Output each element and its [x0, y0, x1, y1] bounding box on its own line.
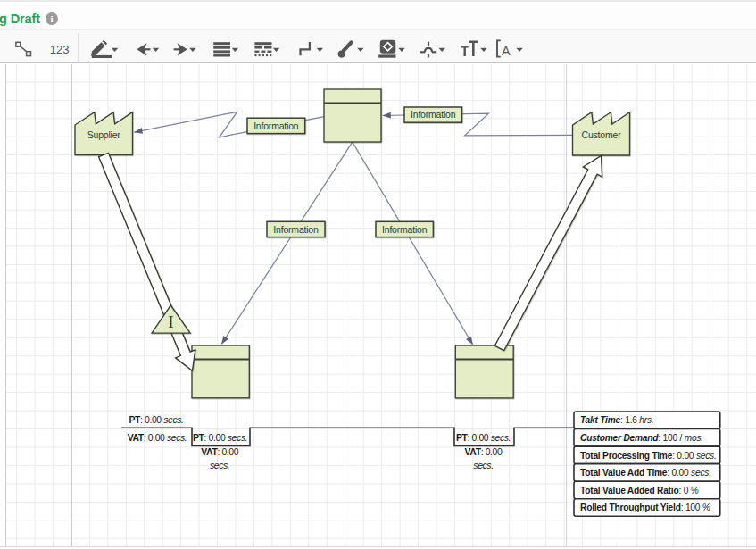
- svg-text:Information: Information: [382, 224, 428, 235]
- svg-text:secs.: secs.: [473, 461, 493, 470]
- svg-text:Information: Information: [253, 121, 299, 131]
- svg-text:Total Value Add Time: 0.00 sec: Total Value Add Time: 0.00 secs.: [580, 468, 711, 478]
- svg-text:PT: 0.00 secs.: PT: 0.00 secs.: [129, 415, 183, 425]
- svg-text:VAT: 0.00: VAT: 0.00: [201, 447, 238, 457]
- svg-text:Supplier: Supplier: [87, 129, 121, 140]
- svg-text:Information: Information: [411, 109, 456, 120]
- svg-text:A: A: [502, 44, 511, 58]
- svg-text:VAT: 0.00 secs.: VAT: 0.00 secs.: [128, 433, 187, 443]
- svg-text:VAT: 0.00: VAT: 0.00: [465, 447, 503, 457]
- svg-text:123: 123: [50, 43, 70, 56]
- svg-text:Rolled Throughput Yield: 100 %: Rolled Throughput Yield: 100 %: [580, 503, 710, 512]
- svg-text:Customer Demand: 100 / mos.: Customer Demand: 100 / mos.: [580, 433, 703, 443]
- svg-text:Total Value Added Ratio: 0 %: Total Value Added Ratio: 0 %: [580, 486, 699, 495]
- svg-text:secs.: secs.: [210, 461, 229, 470]
- svg-text:I: I: [168, 312, 173, 331]
- svg-text:PT: 0.00 secs.: PT: 0.00 secs.: [456, 433, 511, 443]
- svg-text:Total Processing Time: 0.00 se: Total Processing Time: 0.00 secs.: [580, 451, 717, 461]
- svg-text:Customer: Customer: [582, 129, 622, 140]
- svg-text:Information: Information: [273, 224, 319, 235]
- svg-text:Takt Time: 1.6 hrs.: Takt Time: 1.6 hrs.: [580, 415, 653, 425]
- svg-text:PT: 0.00 secs.: PT: 0.00 secs.: [193, 433, 247, 443]
